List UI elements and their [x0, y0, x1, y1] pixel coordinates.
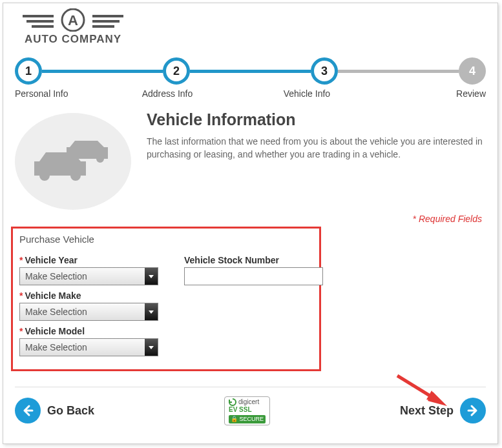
ssl-badge: digicert EV SSL 🔒 SECURE — [224, 396, 270, 425]
vehicle-make-value: Make Selection — [25, 307, 87, 317]
recycle-icon — [229, 398, 236, 406]
chevron-down-icon — [145, 339, 158, 356]
step-line-3-4 — [338, 70, 459, 73]
badge-line2: EV SSL — [229, 406, 252, 414]
next-step-button[interactable]: Next Step — [400, 398, 486, 423]
vehicle-model-value: Make Selection — [25, 342, 87, 352]
step-line-1-2 — [42, 70, 163, 73]
step-4: 4 — [459, 57, 486, 85]
svg-rect-5 — [92, 25, 114, 28]
badge-secure: SECURE — [240, 416, 264, 422]
chevron-down-icon — [145, 268, 158, 285]
step-4-label: Review — [396, 88, 486, 99]
progress-stepper: 1 2 3 4 — [15, 57, 486, 85]
step-3-label: Vehicle Info — [255, 88, 396, 99]
required-fields-note: * Required Fields — [3, 214, 482, 224]
vehicle-stock-input[interactable] — [184, 267, 323, 285]
vehicle-model-select[interactable]: Make Selection — [19, 338, 158, 356]
step-1-number: 1 — [15, 57, 42, 85]
lock-icon: 🔒 — [231, 416, 238, 422]
logo-text: AUTO COMPANY — [15, 33, 131, 46]
go-back-label: Go Back — [47, 404, 94, 418]
next-step-label: Next Step — [400, 404, 454, 418]
vehicle-model-label: *Vehicle Model — [19, 326, 158, 336]
step-2-number: 2 — [163, 57, 190, 85]
step-4-number: 4 — [459, 57, 486, 85]
svg-rect-0 — [23, 15, 54, 17]
purchase-vehicle-group-highlight: Purchase Vehicle *Vehicle Year Make Sele… — [11, 227, 321, 371]
vehicle-year-select[interactable]: Make Selection — [19, 267, 158, 285]
company-logo: A AUTO COMPANY — [15, 8, 131, 46]
svg-text:A: A — [68, 12, 78, 28]
purchase-vehicle-legend: Purchase Vehicle — [19, 234, 313, 245]
vehicle-make-label: *Vehicle Make — [19, 290, 158, 301]
go-back-button[interactable]: Go Back — [15, 398, 94, 423]
svg-rect-4 — [92, 20, 120, 23]
logo-wings-icon: A — [21, 8, 125, 32]
footer-divider — [15, 387, 486, 387]
svg-rect-3 — [92, 15, 123, 17]
step-3: 3 — [311, 57, 338, 85]
page-title: Vehicle Information — [147, 110, 486, 129]
badge-brand: digicert — [238, 398, 259, 406]
vehicle-hero-icon — [15, 113, 131, 210]
step-labels: Personal Info Address Info Vehicle Info … — [15, 88, 486, 99]
arrow-left-icon — [15, 398, 41, 423]
vehicle-year-value: Make Selection — [25, 271, 87, 281]
vehicle-make-select[interactable]: Make Selection — [19, 303, 158, 321]
step-2: 2 — [163, 57, 190, 85]
step-line-2-3 — [190, 70, 311, 73]
svg-rect-1 — [26, 20, 54, 23]
step-3-number: 3 — [311, 57, 338, 85]
page-description: The last information that we need from y… — [147, 136, 486, 161]
step-2-label: Address Info — [116, 88, 255, 99]
chevron-down-icon — [145, 303, 158, 320]
step-1: 1 — [15, 57, 42, 85]
vehicle-year-label: *Vehicle Year — [19, 255, 158, 265]
vehicle-stock-label: Vehicle Stock Number — [184, 255, 323, 265]
cars-icon — [34, 136, 112, 187]
step-1-label: Personal Info — [15, 88, 116, 99]
arrow-right-icon — [460, 398, 486, 423]
svg-rect-2 — [32, 25, 54, 28]
